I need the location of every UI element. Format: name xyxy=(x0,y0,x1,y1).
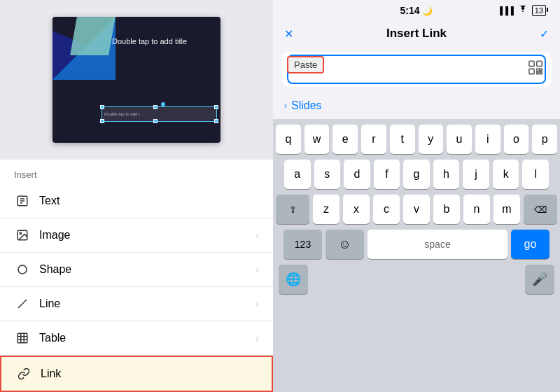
key-g[interactable]: g xyxy=(403,160,430,189)
mic-key[interactable]: 🎤 xyxy=(525,265,554,294)
svg-rect-18 xyxy=(537,72,539,74)
svg-rect-14 xyxy=(537,61,542,66)
key-b[interactable]: b xyxy=(433,195,460,224)
key-t[interactable]: t xyxy=(390,125,415,154)
keyboard-row-4: 123 ☺ space go xyxy=(276,230,557,259)
key-f[interactable]: f xyxy=(374,160,400,189)
key-c[interactable]: c xyxy=(373,195,400,224)
delete-key[interactable]: ⌫ xyxy=(524,195,557,224)
menu-item-line[interactable]: Line › xyxy=(0,287,273,321)
right-panel: 5:14 🌙 ▐▐▐ 13 ✕ Insert Link ✓ Paste xyxy=(273,0,560,392)
svg-rect-15 xyxy=(529,69,534,74)
key-w[interactable]: w xyxy=(304,125,330,154)
menu-item-table[interactable]: Table › xyxy=(0,321,273,356)
key-u[interactable]: u xyxy=(447,125,472,154)
key-j[interactable]: j xyxy=(463,160,489,189)
key-m[interactable]: m xyxy=(493,195,520,224)
status-bar: 5:14 🌙 ▐▐▐ 13 xyxy=(273,0,560,21)
key-z[interactable]: z xyxy=(313,195,340,224)
battery-icon: 13 xyxy=(532,5,546,16)
text-label: Text xyxy=(39,195,259,207)
key-i[interactable]: i xyxy=(475,125,500,154)
menu-item-shape[interactable]: Shape › xyxy=(0,253,273,287)
shape-icon xyxy=(14,261,31,278)
signal-icon: ▐▐▐ xyxy=(497,6,513,15)
key-q[interactable]: q xyxy=(276,125,301,154)
svg-rect-13 xyxy=(529,61,534,66)
link-text-input[interactable] xyxy=(287,55,546,84)
slides-label: Slides xyxy=(291,99,322,112)
handle-tl xyxy=(100,105,104,109)
shape-chevron: › xyxy=(255,264,259,275)
keyboard-row-3: ⇧ z x c v b n m ⌫ xyxy=(276,195,557,224)
menu-item-text[interactable]: Text xyxy=(0,184,273,218)
insert-section: Insert Text Image xyxy=(0,160,273,392)
link-icon xyxy=(15,365,32,382)
paste-button[interactable]: Paste xyxy=(287,56,324,74)
slides-row[interactable]: › Slides xyxy=(273,92,560,119)
table-label: Table xyxy=(39,332,255,344)
line-label: Line xyxy=(39,298,255,310)
link-input-area: Paste xyxy=(281,52,552,87)
handle-tr xyxy=(214,105,218,109)
key-y[interactable]: y xyxy=(419,125,444,154)
slide-preview-area: Double tap to add title Double tap to ad… xyxy=(0,0,273,160)
insert-label: Insert xyxy=(0,160,273,184)
key-k[interactable]: k xyxy=(493,160,519,189)
handle-br xyxy=(214,119,218,123)
svg-rect-19 xyxy=(540,72,542,74)
key-o[interactable]: o xyxy=(504,125,529,154)
handle-bl xyxy=(100,119,104,123)
slide-thumbnail: Double tap to add title Double tap to ad… xyxy=(52,17,220,143)
svg-rect-17 xyxy=(540,69,542,71)
text-icon xyxy=(14,192,31,209)
handle-tc xyxy=(153,105,158,109)
done-button[interactable]: ✓ xyxy=(540,27,549,41)
emoji-key[interactable]: ☺ xyxy=(326,230,364,259)
key-p[interactable]: p xyxy=(532,125,557,154)
space-key[interactable]: space xyxy=(368,230,507,259)
slide-shape-teal xyxy=(70,17,115,55)
handle-bc xyxy=(153,119,158,123)
menu-item-link[interactable]: Link xyxy=(0,356,273,392)
key-h[interactable]: h xyxy=(433,160,460,189)
key-x[interactable]: x xyxy=(343,195,370,224)
keyboard-area: q w e r t y u i o p a s d f g h j k l ⇧ … xyxy=(273,119,560,392)
wifi-icon xyxy=(517,5,528,16)
go-key[interactable]: go xyxy=(511,230,550,259)
menu-item-image[interactable]: Image › xyxy=(0,218,273,253)
slide-title-text: Double tap to add title xyxy=(112,37,187,46)
key-d[interactable]: d xyxy=(344,160,370,189)
key-l[interactable]: l xyxy=(522,160,549,189)
keyboard-row-1: q w e r t y u i o p xyxy=(276,125,557,154)
slide-text-area: Double tap to add title xyxy=(112,34,214,47)
image-chevron: › xyxy=(255,230,259,241)
cancel-button[interactable]: ✕ xyxy=(284,27,293,41)
insert-link-header: ✕ Insert Link ✓ xyxy=(273,21,560,46)
scan-icon[interactable] xyxy=(528,60,543,79)
shift-key[interactable]: ⇧ xyxy=(276,195,309,224)
key-r[interactable]: r xyxy=(361,125,386,154)
numbers-key[interactable]: 123 xyxy=(284,230,322,259)
status-icons: ▐▐▐ 13 xyxy=(497,5,546,16)
key-a[interactable]: a xyxy=(284,160,311,189)
image-icon xyxy=(14,227,31,244)
spacer xyxy=(312,265,522,294)
globe-key[interactable]: 🌐 xyxy=(279,265,308,294)
insert-link-title: Insert Link xyxy=(386,27,447,41)
key-n[interactable]: n xyxy=(463,195,490,224)
svg-point-6 xyxy=(18,265,27,274)
key-v[interactable]: v xyxy=(403,195,430,224)
line-chevron: › xyxy=(255,298,259,309)
status-time: 5:14 🌙 xyxy=(400,5,433,16)
svg-line-7 xyxy=(18,300,27,308)
table-icon xyxy=(14,330,31,346)
key-s[interactable]: s xyxy=(314,160,341,189)
line-icon xyxy=(14,295,31,312)
svg-point-5 xyxy=(20,232,21,234)
slide-subtitle-selected: Double tap to add t... xyxy=(102,106,217,122)
shape-label: Shape xyxy=(39,263,255,276)
key-e[interactable]: e xyxy=(332,125,358,154)
left-panel: Double tap to add title Double tap to ad… xyxy=(0,0,273,392)
table-chevron: › xyxy=(255,332,259,344)
